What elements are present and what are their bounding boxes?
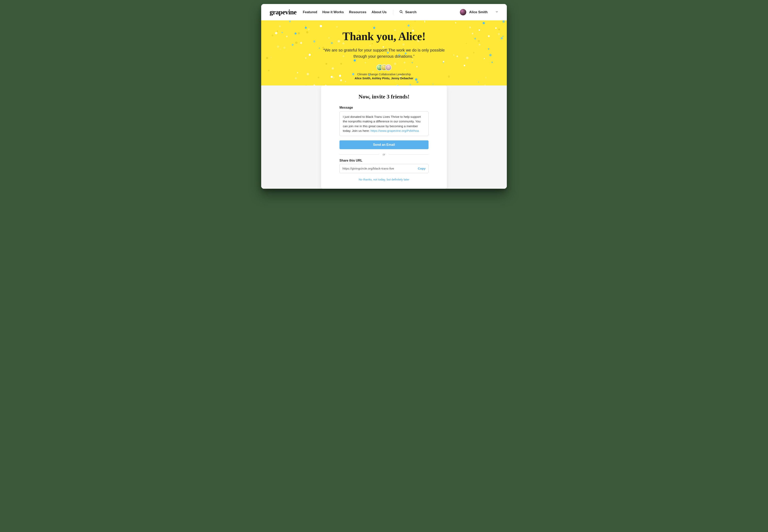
chevron-down-icon: [495, 10, 498, 14]
search-button[interactable]: Search: [399, 10, 417, 15]
org-name: Climate Change Collaborative Leadership: [261, 73, 507, 76]
app-window: grapevine Featured How it Works Resource…: [261, 4, 507, 189]
brand-logo[interactable]: grapevine: [270, 8, 297, 16]
share-url-row: Copy: [339, 164, 429, 173]
user-menu[interactable]: Alice Smith: [460, 9, 498, 15]
page-title: Thank you, Alice!: [261, 30, 507, 43]
send-email-button[interactable]: Send an Email: [339, 140, 429, 149]
leader-names: Alice Smith, Ashley Pintu, Jenny Debache…: [261, 77, 507, 80]
message-textarea[interactable]: I just donated to Black Trans Lives Thri…: [339, 111, 429, 136]
leader-avatar: [385, 64, 392, 71]
nav-resources[interactable]: Resources: [349, 10, 366, 14]
divider-line: [339, 154, 379, 155]
nav-divider: [393, 10, 393, 15]
or-text: or: [383, 153, 385, 156]
user-name: Alice Smith: [469, 10, 488, 14]
search-label: Search: [405, 10, 417, 14]
copy-button[interactable]: Copy: [418, 167, 426, 170]
nav-links: Featured How it Works Resources About Us…: [303, 10, 417, 15]
message-link[interactable]: https://www.grapevine.org/PdWhoa: [370, 129, 419, 132]
skip-link[interactable]: No thanks, not today, but definitely lat…: [339, 178, 429, 181]
message-label: Message: [339, 106, 429, 109]
leader-avatars: [261, 64, 507, 71]
share-url-label: Share this URL: [339, 159, 429, 162]
lower-section: Now, invite 3 friends! Message I just do…: [261, 85, 507, 189]
top-nav: grapevine Featured How it Works Resource…: [261, 4, 507, 20]
svg-line-1: [402, 12, 403, 13]
nav-about-us[interactable]: About Us: [372, 10, 387, 14]
nav-how-it-works[interactable]: How it Works: [322, 10, 344, 14]
thank-you-quote: “We are so grateful for your support! Th…: [320, 47, 448, 60]
search-icon: [399, 10, 403, 15]
user-avatar: [460, 9, 466, 15]
nav-featured[interactable]: Featured: [303, 10, 317, 14]
invite-card: Now, invite 3 friends! Message I just do…: [321, 85, 447, 189]
invite-title: Now, invite 3 friends!: [339, 93, 429, 100]
divider-line: [389, 154, 429, 155]
share-url-input[interactable]: [342, 167, 418, 170]
or-divider: or: [339, 153, 429, 156]
